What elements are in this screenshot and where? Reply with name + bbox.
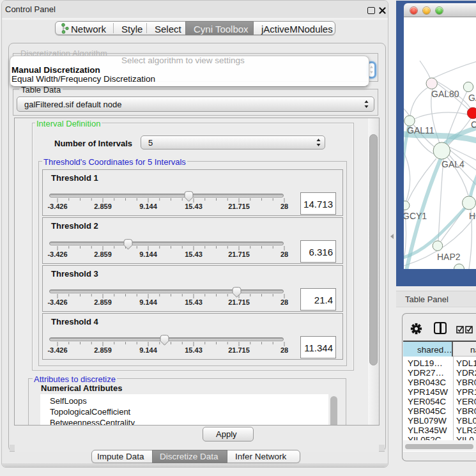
svg-text:GAL80: GAL80	[431, 89, 459, 99]
svg-text:C: C	[471, 119, 476, 130]
svg-text:HAP2: HAP2	[437, 252, 461, 262]
svg-text:GA: GA	[468, 93, 476, 103]
svg-text:GCY1: GCY1	[404, 211, 427, 221]
svg-text:H: H	[469, 211, 475, 221]
svg-text:GAL4: GAL4	[441, 159, 464, 169]
svg-text:GAL11: GAL11	[407, 125, 434, 135]
